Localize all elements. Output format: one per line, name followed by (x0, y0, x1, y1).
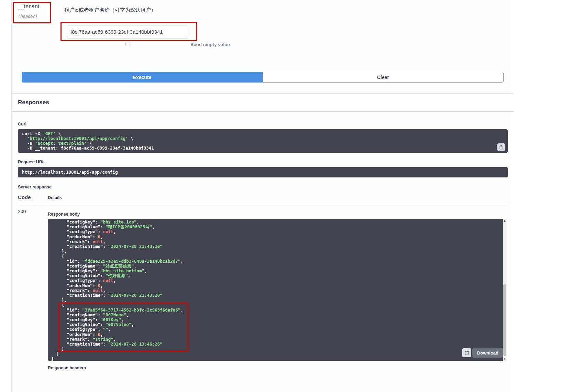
response-copy-button[interactable] (462, 348, 471, 357)
scrollbar-down-arrow-icon[interactable] (503, 357, 507, 361)
parameter-description: 租户id或者租户名称（可空为默认租户） (64, 7, 156, 13)
execute-row: Execute Clear (22, 72, 504, 83)
response-details-column: Response body "configKey": "bbs.site.icp… (48, 209, 508, 370)
parameter-name: __tenant (18, 3, 39, 10)
response-row: 200 Response body "configKey": "bbs.site… (18, 209, 508, 370)
responses-inner: Curl curl -X 'GET' \ 'http://localhost:1… (12, 122, 514, 370)
clear-button[interactable]: Clear (263, 72, 504, 83)
curl-label: Curl (18, 122, 508, 127)
request-url-text: http://localhost:19001/api/app/config (22, 170, 504, 175)
server-response-table-head: Code Details (18, 194, 508, 204)
response-body-json: "configKey": "bbs.site.icp", "configValu… (48, 219, 507, 361)
details-column-header: Details (48, 195, 62, 200)
download-button[interactable]: Download (472, 348, 503, 358)
send-empty-label: Send empty value (190, 42, 230, 47)
parameters-section: __tenant (header) 租户id或者租户名称（可空为默认租户） Se… (12, 0, 514, 52)
response-headers-label: Response headers (48, 366, 507, 370)
scrollbar-thumb[interactable] (503, 284, 506, 356)
send-empty-checkbox[interactable] (125, 42, 130, 46)
code-column-header: Code (18, 194, 48, 200)
responses-section-header: Responses (12, 93, 514, 112)
swagger-page: __tenant (header) 租户id或者租户名称（可空为默认租户） Se… (0, 0, 573, 392)
clipboard-icon (464, 350, 469, 355)
execute-button[interactable]: Execute (22, 72, 263, 83)
scrollbar-up-arrow-icon[interactable] (503, 219, 507, 223)
response-body-label: Response body (48, 212, 507, 217)
responses-title: Responses (18, 99, 49, 106)
request-url-label: Request URL (18, 160, 508, 164)
request-url-block: http://localhost:19001/api/app/config (18, 167, 508, 177)
curl-copy-button[interactable] (497, 143, 505, 151)
parameter-location: (header) (18, 14, 38, 19)
clipboard-icon (499, 145, 504, 150)
status-code: 200 (18, 209, 48, 370)
curl-command-block: curl -X 'GET' \ 'http://localhost:19001/… (18, 129, 508, 153)
server-response-label: Server response (18, 185, 508, 189)
response-body-block: "configKey": "bbs.site.icp", "configValu… (48, 219, 507, 361)
tenant-input[interactable] (67, 25, 188, 39)
response-body-scrollbar[interactable] (503, 219, 507, 361)
curl-command-text: curl -X 'GET' \ 'http://localhost:19001/… (22, 131, 504, 151)
opblock-body: __tenant (header) 租户id或者租户名称（可空为默认租户） Se… (11, 0, 514, 392)
